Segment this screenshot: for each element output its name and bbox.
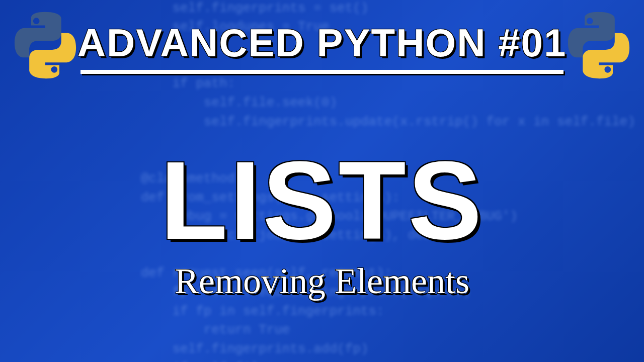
topic-block: LISTS Removing Elements [160,151,484,302]
header-underline [80,70,564,74]
header-banner: ADVANCED PYTHON #01 [50,20,594,74]
topic-title: LISTS [160,151,484,250]
series-title: ADVANCED PYTHON #01 [50,20,594,66]
topic-subtitle: Removing Elements [160,260,484,302]
